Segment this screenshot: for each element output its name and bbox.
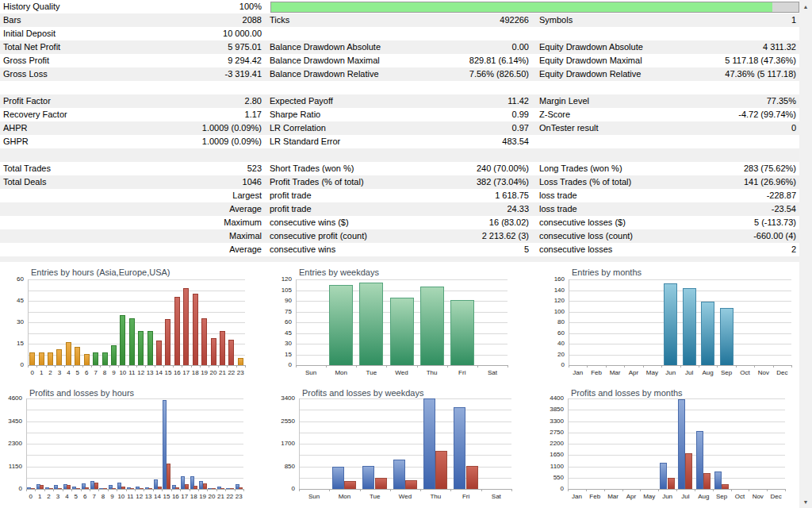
gridline bbox=[569, 333, 791, 334]
x-axis-tick bbox=[676, 489, 677, 491]
x-axis-tick bbox=[326, 365, 327, 368]
x-axis-label: Thu bbox=[420, 369, 444, 377]
stat-cell: Sharpe Ratio0.99 bbox=[266, 108, 536, 121]
chart-panel: Profits and losses by hours4600345023001… bbox=[0, 387, 273, 508]
stat-label: Initial Deposit bbox=[0, 27, 56, 40]
x-axis-label: Dec bbox=[764, 493, 788, 501]
bar bbox=[393, 460, 405, 489]
stat-value: 0.97 bbox=[512, 121, 536, 135]
gridline bbox=[299, 455, 511, 456]
bar bbox=[175, 487, 179, 489]
stat-cell: Average bbox=[0, 202, 266, 216]
table-row: Gross Profit9 294.42Balance Drawdown Max… bbox=[0, 54, 799, 67]
stat-cell: consecutive wins5 bbox=[266, 243, 536, 256]
chart-title: Profits and losses by months bbox=[571, 388, 683, 398]
stat-value: -23.54 bbox=[772, 202, 799, 216]
y-axis-label: 1150 bbox=[0, 463, 22, 471]
stat-cell: History Quality100% bbox=[0, 0, 266, 13]
gridline bbox=[28, 333, 245, 334]
bar bbox=[420, 287, 444, 365]
gridline bbox=[568, 444, 785, 444]
x-axis-tick bbox=[128, 365, 128, 368]
chart-panel: Profits and losses by weekdays3400255017… bbox=[274, 387, 545, 508]
stat-label: Expected Payoff bbox=[266, 94, 333, 108]
stat-label: Total Trades bbox=[0, 162, 51, 175]
stat-value: 240 (70.00%) bbox=[477, 162, 536, 175]
y-axis-line bbox=[28, 279, 29, 365]
x-axis-tick bbox=[695, 489, 695, 491]
x-axis-tick bbox=[144, 489, 144, 491]
stat-cell: GHPR1.0009 (0.09%) bbox=[0, 135, 266, 148]
bar bbox=[683, 288, 696, 365]
gridline bbox=[26, 421, 243, 422]
gridline bbox=[28, 312, 245, 313]
y-axis-label: 90 bbox=[274, 297, 292, 305]
x-axis-tick bbox=[356, 365, 357, 368]
y-axis-label: 550 bbox=[546, 474, 564, 482]
x-axis-tick bbox=[73, 365, 74, 368]
stat-label: profit trade bbox=[266, 189, 312, 202]
stat-value: 2 213.62 (3) bbox=[482, 229, 536, 243]
x-axis-label: Tue bbox=[359, 369, 383, 377]
y-axis-label: 3850 bbox=[546, 406, 564, 414]
x-axis-tick bbox=[587, 365, 588, 368]
bar bbox=[238, 358, 243, 365]
vertical-scrollbar[interactable]: ▲ ▼ bbox=[799, 0, 812, 508]
bar bbox=[167, 464, 170, 489]
gridline bbox=[26, 410, 243, 410]
stat-value: 0.00 bbox=[512, 40, 536, 54]
stat-cell: Largest bbox=[0, 189, 266, 202]
bar bbox=[112, 488, 116, 489]
bar bbox=[185, 484, 189, 489]
stat-label: consecutive wins ($) bbox=[266, 216, 349, 229]
x-axis-tick bbox=[390, 489, 391, 491]
scroll-down-icon[interactable]: ▼ bbox=[799, 495, 812, 508]
stat-value: 5 bbox=[524, 243, 536, 256]
bar bbox=[664, 283, 677, 365]
stat-label: Total Net Profit bbox=[0, 40, 60, 54]
bar bbox=[138, 331, 144, 365]
x-axis-tick bbox=[225, 489, 226, 491]
chart-title: Profits and losses by weekdays bbox=[302, 388, 423, 398]
y-axis-label: 30 bbox=[274, 340, 292, 348]
x-axis-tick bbox=[35, 489, 36, 491]
y-axis-label: 160 bbox=[546, 275, 565, 283]
x-axis-tick bbox=[767, 489, 768, 491]
history-quality-progressbar bbox=[270, 2, 799, 13]
y-axis-label: 4600 bbox=[0, 394, 22, 402]
table-row: Bars2088Ticks492266Symbols1 bbox=[0, 13, 799, 27]
x-axis-tick bbox=[661, 365, 662, 368]
bar bbox=[466, 466, 478, 489]
chart-title: Entries by weekdays bbox=[299, 267, 379, 277]
bar bbox=[40, 485, 44, 489]
stat-value: 2 bbox=[791, 243, 799, 256]
stat-label: Gross Loss bbox=[0, 67, 48, 81]
scroll-up-icon[interactable]: ▲ bbox=[799, 0, 812, 13]
table-row: Initial Deposit10 000.00 bbox=[0, 27, 799, 40]
bar bbox=[344, 481, 356, 489]
table-row: Averageconsecutive wins5consecutive loss… bbox=[0, 243, 799, 256]
x-axis-tick bbox=[28, 365, 29, 368]
y-axis-label: 100 bbox=[546, 308, 565, 316]
stat-value: 492266 bbox=[500, 13, 536, 27]
y-axis-label: 1100 bbox=[546, 463, 564, 471]
chart-plot-area bbox=[296, 279, 508, 365]
stat-label: Sharpe Ratio bbox=[266, 108, 320, 121]
stat-label: Long Trades (won %) bbox=[536, 162, 622, 175]
stat-cell: Margin Level77.35% bbox=[536, 94, 799, 108]
table-row: Maximalconsecutive profit (count)2 213.6… bbox=[0, 229, 799, 243]
table-row: Profit Factor2.80Expected Payoff11.42Mar… bbox=[0, 94, 799, 108]
stat-cell: Average bbox=[0, 243, 266, 256]
y-axis-label: 120 bbox=[546, 297, 565, 305]
bar bbox=[722, 484, 729, 489]
x-axis-label: 23 bbox=[227, 493, 251, 501]
stat-cell: consecutive losses2 bbox=[536, 243, 799, 256]
x-axis-label: Thu bbox=[423, 493, 447, 501]
y-axis-label: 105 bbox=[274, 287, 292, 294]
y-axis-label: 0 bbox=[546, 485, 564, 493]
x-axis-tick bbox=[36, 365, 37, 368]
bar bbox=[714, 471, 722, 489]
y-axis-label: 3450 bbox=[0, 418, 22, 425]
stat-cell: Long Trades (won %)283 (75.62%) bbox=[536, 162, 799, 175]
bar bbox=[148, 488, 152, 489]
